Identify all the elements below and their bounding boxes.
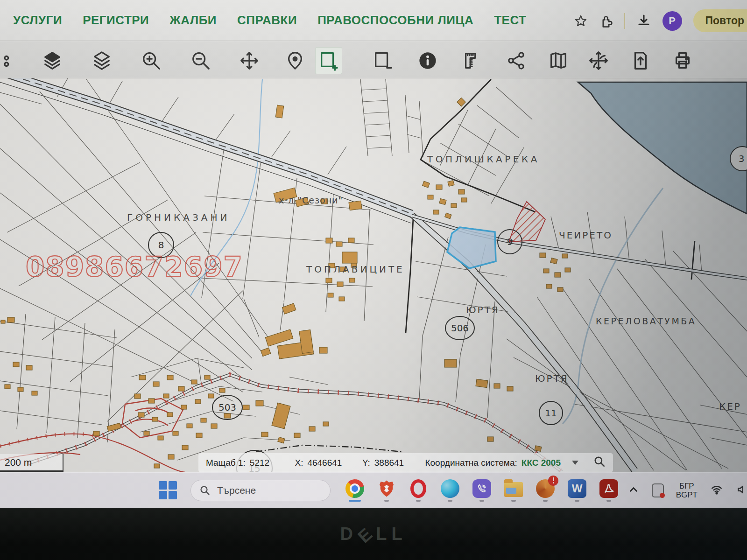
zoom-out-icon[interactable]	[188, 48, 214, 74]
tray-app-icon[interactable]	[652, 483, 664, 497]
y-readout: Y: 388641	[362, 458, 404, 468]
lang-line1: БГР	[676, 482, 698, 490]
app-viber[interactable]	[472, 479, 492, 502]
label-cheireto: ЧЕИРЕТО	[559, 230, 613, 241]
y-label: Y:	[362, 458, 370, 468]
label-toplavicite: ТОПЛАВИЦИТЕ	[306, 264, 405, 275]
app-alerts[interactable]	[535, 479, 556, 502]
axes-crosshair-icon[interactable]	[585, 48, 612, 74]
info-icon[interactable]	[415, 48, 441, 74]
x-value: 4646641	[307, 458, 342, 468]
layers-filled-icon[interactable]	[39, 48, 65, 74]
repeat-button[interactable]: Повтор	[693, 9, 747, 32]
site-nav: УСЛУГИ РЕГИСТРИ ЖАЛБИ СПРАВКИ ПРАВОСПОСО…	[13, 13, 526, 28]
nav-zhalbi[interactable]: ЖАЛБИ	[169, 13, 217, 28]
notification-badge	[548, 476, 558, 486]
bookmark-star-icon[interactable]	[574, 14, 588, 28]
download-icon[interactable]	[636, 14, 651, 28]
nav-test[interactable]: ТЕСТ	[494, 13, 526, 28]
nav-spravki[interactable]: СПРАВКИ	[237, 13, 297, 28]
taskbar-apps: W	[345, 479, 619, 502]
dell-letter-d: D	[340, 524, 357, 544]
app-opera[interactable]	[408, 479, 429, 502]
viber-icon	[472, 479, 491, 498]
system-tray: БГР BGPT	[627, 482, 747, 499]
edge-icon	[441, 479, 459, 498]
taskbar-search[interactable]: Търсене	[190, 480, 331, 501]
start-button[interactable]	[159, 481, 177, 500]
app-explorer[interactable]	[503, 479, 524, 502]
overflow-dots-icon[interactable]	[0, 48, 18, 74]
svg-text:11: 11	[545, 407, 557, 419]
dell-logo: DELL	[340, 524, 407, 544]
status-search-icon[interactable]	[593, 455, 606, 470]
app-brave[interactable]	[376, 479, 397, 502]
acrobat-icon	[599, 479, 618, 498]
crs-label: Координатна система:	[425, 458, 517, 468]
map-folded-icon[interactable]	[545, 48, 571, 74]
map-toolbar	[0, 41, 747, 78]
word-icon: W	[568, 479, 586, 498]
label-toplishkareka: ТОПЛИШКАРЕКА	[427, 154, 540, 165]
x-readout: X: 4646641	[295, 458, 342, 468]
extension-icon[interactable]	[599, 14, 613, 28]
x-label: X:	[295, 458, 303, 468]
lang-line2: BGPT	[676, 490, 698, 499]
label-gornikazani: ГОРНИКАЗАНИ	[127, 212, 230, 223]
chrome-icon	[345, 479, 364, 498]
svg-text:506: 506	[451, 322, 469, 334]
search-placeholder: Търсене	[217, 485, 256, 496]
explorer-icon	[504, 482, 523, 497]
wifi-icon[interactable]	[710, 483, 724, 497]
label-yurtya-2: ЮРТЯ	[535, 373, 569, 384]
crs-selector[interactable]: Координатна система: ККС 2005	[425, 458, 561, 468]
scale-readout: Мащаб 1: 5212	[206, 458, 269, 468]
measure-icon[interactable]	[459, 48, 486, 74]
svg-text:9: 9	[507, 236, 513, 247]
share-nodes-icon[interactable]	[503, 48, 529, 74]
app-word[interactable]: W	[567, 479, 587, 502]
map-area: 8 9 3 506 503 11 15 ГОРНИКАЗАНИ ТОПЛИШКА…	[0, 78, 747, 472]
nav-pravosposobni-litsa[interactable]: ПРАВОСПОСОБНИ ЛИЦА	[317, 13, 473, 28]
svg-text:3: 3	[739, 153, 745, 164]
print-icon[interactable]	[669, 48, 696, 74]
toolbar-divider	[624, 13, 625, 29]
alerts-icon	[536, 479, 555, 498]
select-rect-add-icon[interactable]	[316, 48, 342, 74]
scale-value: 5212	[250, 458, 269, 468]
cadastral-map[interactable]: 8 9 3 506 503 11 15 ГОРНИКАЗАНИ ТОПЛИШКА…	[0, 78, 747, 472]
tray-chevron-up-icon[interactable]	[627, 483, 640, 497]
map-statusbar: Мащаб 1: 5212 X: 4646641 Y: 388641 Коорд…	[198, 453, 613, 472]
app-chrome[interactable]	[345, 479, 365, 502]
crs-value[interactable]: ККС 2005	[521, 458, 561, 468]
locate-icon[interactable]	[282, 48, 308, 74]
y-value: 388641	[374, 458, 404, 468]
nav-uslugi[interactable]: УСЛУГИ	[13, 13, 62, 28]
zoom-in-icon[interactable]	[138, 48, 164, 74]
watermark-phone: 08986672697	[26, 251, 243, 283]
label-ker-partial: КЕР	[719, 401, 741, 412]
layers-stack-icon[interactable]	[89, 48, 115, 74]
export-document-icon[interactable]	[627, 48, 654, 74]
search-icon	[199, 485, 211, 496]
select-rect-remove-icon[interactable]	[370, 48, 396, 74]
app-acrobat[interactable]	[599, 479, 619, 502]
volume-icon[interactable]	[736, 483, 743, 497]
svg-text:503: 503	[218, 402, 236, 413]
label-hotel-sezoni: х-л "Сезони"	[279, 195, 343, 205]
nav-registri[interactable]: РЕГИСТРИ	[83, 13, 149, 28]
dell-letter-l2: L	[391, 524, 407, 544]
label-kerelovatumba: КЕРЕЛОВАТУМБА	[596, 316, 696, 326]
opera-icon	[410, 479, 426, 498]
scale-label: Мащаб 1:	[206, 458, 246, 468]
profile-avatar[interactable]: P	[662, 11, 682, 31]
pan-icon[interactable]	[236, 48, 262, 74]
laptop-screen: УСЛУГИ РЕГИСТРИ ЖАЛБИ СПРАВКИ ПРАВОСПОСО…	[0, 0, 747, 560]
dell-letter-l1: L	[376, 524, 391, 544]
language-indicator[interactable]: БГР BGPT	[676, 482, 698, 499]
header: УСЛУГИ РЕГИСТРИ ЖАЛБИ СПРАВКИ ПРАВОСПОСО…	[0, 0, 747, 41]
svg-text:8: 8	[158, 239, 164, 251]
label-yurtya-1: ЮРТЯ	[466, 304, 500, 315]
crs-dropdown-caret[interactable]	[572, 461, 578, 465]
app-edge[interactable]	[440, 479, 460, 502]
